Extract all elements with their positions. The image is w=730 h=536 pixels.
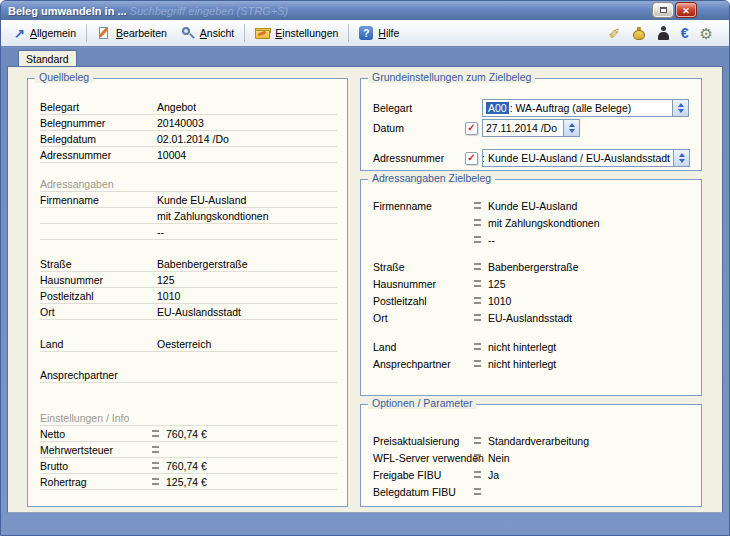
- field-value: Angebot: [157, 101, 196, 113]
- field-label: Brutto: [40, 460, 152, 472]
- label-rest: earbeiten: [123, 27, 167, 39]
- section-header: Einstellungen / Info: [40, 410, 337, 426]
- field-label: Netto: [40, 428, 152, 440]
- adressnummer-combobox[interactable]: 10004: Kunde EU-Ausland / EU-Auslandssta…: [482, 149, 690, 167]
- ansicht-button[interactable]: Ansicht: [174, 23, 241, 43]
- hotkey-letter: A: [30, 27, 37, 39]
- field-row: Adressnummer10004: [40, 147, 337, 163]
- close-button[interactable]: [676, 3, 696, 17]
- spin-up-icon: [679, 153, 685, 157]
- datum-spinner[interactable]: [563, 120, 579, 136]
- field-label: Ansprechpartner: [373, 358, 474, 370]
- tab-standard[interactable]: Standard: [18, 50, 77, 67]
- equals-bullet-icon: [474, 437, 481, 444]
- field-label: Belegart: [373, 102, 482, 114]
- field-label: Freigabe FIBU: [373, 469, 474, 481]
- allgemein-button[interactable]: Allgemein: [7, 24, 83, 43]
- arrow-up-right-icon: [14, 27, 25, 40]
- section-header: Adressangaben: [40, 176, 337, 192]
- datum-combobox[interactable]: 27.11.2014 /Do: [482, 119, 580, 137]
- bearbeiten-button[interactable]: Bearbeiten: [90, 23, 174, 43]
- adressnummer-spinner[interactable]: [673, 150, 689, 166]
- field-value: EU-Auslandsstadt: [157, 306, 241, 318]
- datum-checkbox[interactable]: [465, 122, 478, 135]
- label-rest: ilfe: [386, 27, 399, 39]
- field-value: Nein: [488, 452, 510, 464]
- titlebar[interactable]: Beleg umwandeln in ... Suchbegriff einge…: [1, 1, 729, 20]
- field-row: Hausnummer125: [40, 272, 337, 288]
- close-icon: [682, 4, 690, 16]
- field-row: StraßeBabenbergerstraße: [373, 258, 691, 275]
- field-row: OrtEU-Auslandsstadt: [373, 309, 691, 326]
- tab-strip: Standard: [1, 48, 729, 66]
- field-label: Adressnummer: [373, 152, 465, 164]
- field-row: Rohertrag125,74 €: [40, 474, 337, 490]
- adressangaben-zielbeleg-legend: Adressangaben Zielbeleg: [368, 172, 495, 184]
- field-label: Datum: [373, 122, 465, 134]
- toolbar: Allgemein Bearbeiten Ansicht Einstellung…: [1, 20, 729, 47]
- field-label: Ort: [373, 312, 474, 324]
- window-title: Beleg umwandeln in ...: [8, 5, 127, 17]
- optionen-parameter-groupbox: Optionen / Parameter PreisaktualsierungS…: [360, 404, 702, 507]
- money-bag-icon[interactable]: [632, 26, 646, 40]
- field-value: 125,74 €: [166, 476, 207, 488]
- equals-bullet-icon: [152, 430, 159, 437]
- field-value: Ja: [488, 469, 499, 481]
- field-row: Freigabe FIBUJa: [373, 466, 691, 483]
- field-label: Land: [40, 338, 157, 350]
- hilfe-button[interactable]: Hilfe: [352, 23, 406, 43]
- belegart-combobox[interactable]: A00: WA-Auftrag (alle Belege): [482, 99, 689, 117]
- hotkey-letter: A: [200, 27, 207, 39]
- field-value: 760,74 €: [166, 460, 207, 472]
- field-value: 20140003: [157, 117, 204, 129]
- einstellungen-button-label: Einstellungen: [275, 27, 338, 39]
- equals-bullet-icon: [474, 280, 481, 287]
- belegart-spinner[interactable]: [672, 100, 688, 116]
- help-icon: [359, 26, 373, 40]
- restore-button[interactable]: [653, 3, 673, 17]
- euro-icon[interactable]: [681, 26, 689, 40]
- field-value: 02.01.2014 /Do: [157, 133, 229, 145]
- combo-value: 27.11.2014 /Do: [483, 120, 563, 136]
- adressnummer-checkbox[interactable]: [465, 152, 478, 165]
- field-row: Mehrwertsteuer: [40, 442, 337, 458]
- field-label: Rohertrag: [40, 476, 152, 488]
- person-icon[interactable]: [657, 26, 670, 40]
- label-rest: llgemein: [37, 27, 76, 39]
- field-value: 1010: [157, 290, 180, 302]
- field-label: Straße: [373, 261, 474, 273]
- equals-bullet-icon: [152, 462, 159, 469]
- dialog-window: Beleg umwandeln in ... Suchbegriff einge…: [0, 0, 730, 536]
- field-row: Ansprechpartnernicht hinterlegt: [373, 355, 691, 372]
- field-label: Belegart: [40, 101, 157, 113]
- field-label: Land: [373, 341, 474, 353]
- titlebar-search-hint[interactable]: Suchbegriff eingeben (STRG+S): [130, 5, 289, 17]
- adressnummer-row: Adressnummer 10004: Kunde EU-Ausland / E…: [373, 149, 689, 167]
- field-row: --: [40, 224, 337, 240]
- equals-bullet-icon: [474, 297, 481, 304]
- einstellungen-button[interactable]: Einstellungen: [248, 24, 345, 43]
- main-area: Standard Quellbeleg BelegartAngebot Bele…: [1, 48, 729, 535]
- hotkey-letter: B: [116, 27, 123, 39]
- pencil-icon[interactable]: [609, 26, 621, 40]
- equals-bullet-icon: [474, 314, 481, 321]
- combo-value: 10004: Kunde EU-Ausland / EU-Auslandssta…: [483, 150, 673, 166]
- spin-down-icon: [679, 159, 685, 163]
- hilfe-button-label: Hilfe: [378, 27, 399, 39]
- folder-settings-icon: [255, 27, 270, 40]
- field-label: Straße: [40, 258, 157, 270]
- equals-bullet-icon: [474, 236, 481, 243]
- field-value: nicht hinterlegt: [488, 341, 556, 353]
- hotkey-letter: H: [378, 27, 386, 39]
- field-value: Kunde EU-Ausland: [157, 194, 246, 206]
- field-value: Standardverarbeitung: [488, 435, 589, 447]
- field-value: 760,74 €: [166, 428, 207, 440]
- label-rest: instellungen: [282, 27, 338, 39]
- optionen-parameter-legend: Optionen / Parameter: [368, 397, 476, 409]
- spin-up-icon: [569, 123, 575, 127]
- field-value: Babenbergerstraße: [488, 261, 578, 273]
- field-row: FirmennameKunde EU-Ausland: [373, 197, 691, 214]
- equals-bullet-icon: [474, 202, 481, 209]
- grundeinstellungen-groupbox: Grundeinstellungen zum Zielbeleg Belegar…: [360, 78, 702, 171]
- gear-icon[interactable]: [700, 26, 713, 41]
